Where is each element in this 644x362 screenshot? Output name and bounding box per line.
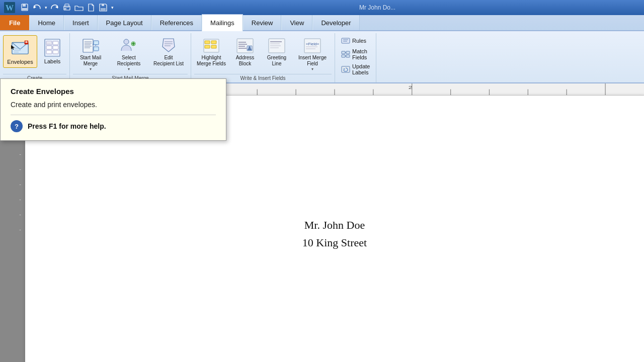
svg-marker-6 — [55, 6, 58, 9]
rules-label: Rules — [352, 38, 366, 44]
highlight-merge-fields-button[interactable]: HighlightMerge Fields — [194, 35, 228, 68]
help-circle-icon: ? — [11, 120, 23, 132]
tooltip-help: ? Press F1 for more help. — [11, 120, 216, 132]
labels-icon — [42, 37, 62, 57]
ribbon: File Home Insert Page Layout References … — [0, 15, 644, 83]
address-block-button[interactable]: AddressBlock — [230, 35, 260, 68]
edit-recipient-list-icon — [159, 37, 178, 55]
start-mail-merge-group: Start MailMerge ▾ — [70, 33, 191, 82]
svg-rect-4 — [22, 8, 27, 10]
edit-recipient-list-button[interactable]: EditRecipient List — [149, 35, 188, 68]
address-block-icon — [236, 37, 254, 55]
svg-rect-67 — [342, 38, 350, 43]
start-mail-merge-label: Start MailMerge — [80, 55, 101, 67]
tab-mailings[interactable]: Mailings — [202, 14, 243, 31]
create-group: Envelopes — [0, 33, 70, 82]
svg-rect-37 — [94, 41, 99, 45]
svg-rect-31 — [83, 39, 93, 52]
document-title: Mr John Do... — [115, 4, 640, 11]
edit-recipient-list-label: EditRecipient List — [153, 55, 184, 67]
svg-rect-47 — [205, 41, 210, 44]
tab-view[interactable]: View — [281, 15, 312, 30]
tab-page-layout[interactable]: Page Layout — [98, 15, 151, 30]
title-bar-left: W ▾ — [4, 2, 115, 13]
tab-file[interactable]: File — [0, 15, 29, 30]
svg-rect-49 — [205, 45, 210, 48]
ribbon-tab-bar: File Home Insert Page Layout References … — [0, 15, 644, 31]
svg-rect-3 — [23, 4, 26, 7]
svg-rect-24 — [53, 41, 58, 45]
rules-button[interactable]: Rules — [338, 35, 373, 46]
undo-button[interactable] — [31, 3, 42, 13]
svg-rect-11 — [101, 8, 106, 11]
word-logo: W — [4, 2, 15, 13]
tab-home[interactable]: Home — [29, 15, 64, 30]
svg-text:«Field»: «Field» — [306, 42, 319, 46]
tooltip-description: Create and print envelopes. — [11, 101, 216, 109]
labels-button[interactable]: Labels — [38, 35, 66, 67]
match-fields-label: MatchFields — [352, 48, 367, 60]
highlight-merge-fields-label: HighlightMerge Fields — [197, 55, 226, 67]
update-labels-icon — [341, 65, 350, 74]
svg-rect-73 — [346, 55, 350, 57]
rules-icon — [341, 36, 350, 45]
highlight-merge-fields-icon — [202, 37, 220, 55]
match-fields-icon — [341, 50, 350, 59]
title-bar: W ▾ — [0, 0, 644, 15]
svg-rect-9 — [64, 8, 66, 10]
tooltip-divider — [11, 115, 216, 115]
greeting-line-icon — [268, 37, 286, 55]
svg-text:2: 2 — [409, 85, 413, 89]
create-group-items: Envelopes — [3, 35, 66, 73]
new-document-button[interactable] — [86, 3, 97, 13]
print-preview-button[interactable] — [61, 3, 72, 13]
tab-developer[interactable]: Developer — [312, 15, 359, 30]
tooltip-help-text: Press F1 for more help. — [28, 122, 106, 130]
envelopes-button[interactable]: Envelopes — [3, 35, 37, 68]
svg-rect-8 — [65, 4, 69, 7]
svg-rect-50 — [211, 45, 216, 48]
document-address: Mr. John Doe 10 King Street — [65, 216, 604, 251]
labels-label: Labels — [44, 58, 60, 65]
tab-review[interactable]: Review — [243, 15, 282, 30]
open-button[interactable] — [73, 3, 85, 13]
start-mail-merge-items: Start MailMerge ▾ — [73, 35, 188, 73]
svg-rect-26 — [53, 46, 58, 49]
redo-button[interactable] — [49, 3, 60, 13]
update-labels-button[interactable]: UpdateLabels — [338, 62, 373, 76]
greeting-line-button[interactable]: GreetingLine — [262, 35, 292, 68]
svg-rect-71 — [346, 51, 350, 54]
address-line2: 10 King Street — [65, 234, 604, 251]
svg-text:W: W — [6, 4, 14, 12]
address-line1: Mr. John Doe — [65, 216, 604, 234]
start-mail-merge-button[interactable]: Start MailMerge ▾ — [73, 35, 108, 73]
undo-dropdown[interactable]: ▾ — [43, 3, 48, 13]
insert-merge-field-icon: «Field» — [303, 37, 321, 55]
tooltip-popup: Create Envelopes Create and print envelo… — [0, 78, 226, 141]
svg-rect-72 — [342, 55, 345, 57]
quick-access-toolbar: ▾ ▾ — [19, 3, 115, 13]
customize-quick-access[interactable]: ▾ — [110, 3, 115, 13]
ribbon-content: Envelopes — [0, 31, 644, 83]
start-mail-merge-icon — [82, 37, 100, 55]
svg-rect-23 — [46, 41, 52, 45]
tab-references[interactable]: References — [151, 15, 202, 30]
envelopes-icon — [10, 38, 30, 58]
greeting-line-label: GreetingLine — [267, 55, 286, 67]
svg-rect-10 — [102, 4, 104, 6]
tooltip-title: Create Envelopes — [11, 87, 216, 96]
svg-point-39 — [124, 39, 129, 44]
envelopes-label: Envelopes — [7, 59, 33, 65]
match-fields-button[interactable]: MatchFields — [338, 47, 373, 61]
insert-merge-field-button[interactable]: «Field» Insert MergeField ▾ — [293, 35, 332, 73]
svg-rect-25 — [46, 46, 52, 49]
tab-insert[interactable]: Insert — [64, 15, 98, 30]
svg-rect-70 — [342, 51, 345, 54]
save2-button[interactable] — [98, 3, 109, 13]
right-buttons-group: Rules MatchFields — [335, 33, 376, 82]
select-recipients-arrow: ▾ — [128, 67, 130, 71]
save-button[interactable] — [19, 3, 30, 13]
start-mail-merge-arrow: ▾ — [90, 67, 92, 71]
select-recipients-button[interactable]: SelectRecipients ▾ — [109, 35, 148, 73]
svg-rect-38 — [94, 47, 99, 51]
